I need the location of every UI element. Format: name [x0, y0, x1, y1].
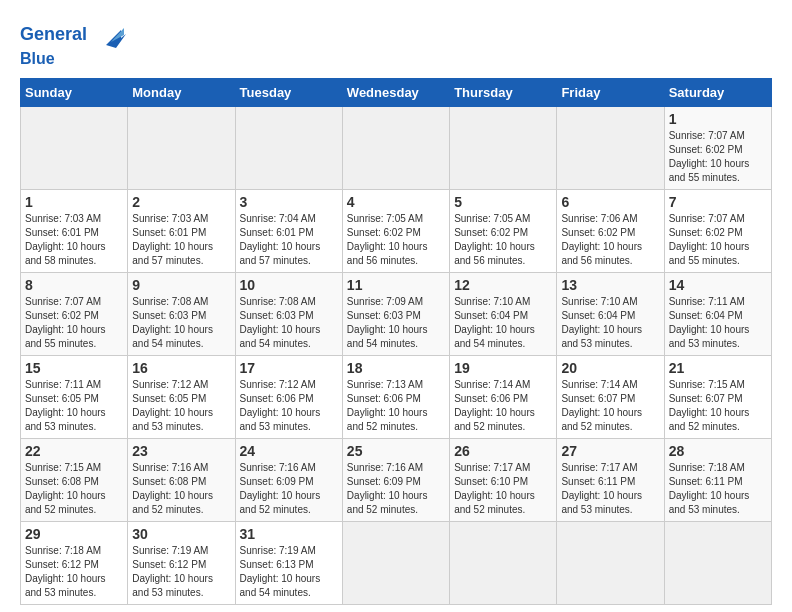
day-info: Sunrise: 7:16 AM Sunset: 6:08 PM Dayligh…: [132, 461, 230, 517]
day-info: Sunrise: 7:12 AM Sunset: 6:06 PM Dayligh…: [240, 378, 338, 434]
calendar-cell: 12 Sunrise: 7:10 AM Sunset: 6:04 PM Dayl…: [450, 272, 557, 355]
day-info: Sunrise: 7:15 AM Sunset: 6:07 PM Dayligh…: [669, 378, 767, 434]
calendar-cell: 16 Sunrise: 7:12 AM Sunset: 6:05 PM Dayl…: [128, 355, 235, 438]
day-number: 29: [25, 526, 123, 542]
weekday-header-sunday: Sunday: [21, 78, 128, 106]
day-number: 5: [454, 194, 552, 210]
day-number: 14: [669, 277, 767, 293]
day-number: 19: [454, 360, 552, 376]
day-info: Sunrise: 7:11 AM Sunset: 6:05 PM Dayligh…: [25, 378, 123, 434]
day-info: Sunrise: 7:16 AM Sunset: 6:09 PM Dayligh…: [240, 461, 338, 517]
day-info: Sunrise: 7:14 AM Sunset: 6:07 PM Dayligh…: [561, 378, 659, 434]
day-number: 26: [454, 443, 552, 459]
logo-text: General: [20, 20, 126, 50]
day-info: Sunrise: 7:19 AM Sunset: 6:12 PM Dayligh…: [132, 544, 230, 600]
day-number: 1: [669, 111, 767, 127]
weekday-header-tuesday: Tuesday: [235, 78, 342, 106]
day-number: 20: [561, 360, 659, 376]
calendar-cell: [557, 106, 664, 189]
calendar-cell: 7 Sunrise: 7:07 AM Sunset: 6:02 PM Dayli…: [664, 189, 771, 272]
day-info: Sunrise: 7:11 AM Sunset: 6:04 PM Dayligh…: [669, 295, 767, 351]
calendar-cell: 13 Sunrise: 7:10 AM Sunset: 6:04 PM Dayl…: [557, 272, 664, 355]
day-number: 18: [347, 360, 445, 376]
calendar-cell: 2 Sunrise: 7:03 AM Sunset: 6:01 PM Dayli…: [128, 189, 235, 272]
day-number: 12: [454, 277, 552, 293]
day-number: 31: [240, 526, 338, 542]
day-info: Sunrise: 7:06 AM Sunset: 6:02 PM Dayligh…: [561, 212, 659, 268]
calendar-cell: 10 Sunrise: 7:08 AM Sunset: 6:03 PM Dayl…: [235, 272, 342, 355]
calendar-cell: 11 Sunrise: 7:09 AM Sunset: 6:03 PM Dayl…: [342, 272, 449, 355]
day-number: 11: [347, 277, 445, 293]
day-number: 10: [240, 277, 338, 293]
day-info: Sunrise: 7:03 AM Sunset: 6:01 PM Dayligh…: [25, 212, 123, 268]
calendar-cell: 15 Sunrise: 7:11 AM Sunset: 6:05 PM Dayl…: [21, 355, 128, 438]
calendar-table: SundayMondayTuesdayWednesdayThursdayFrid…: [20, 78, 772, 605]
day-number: 4: [347, 194, 445, 210]
day-info: Sunrise: 7:07 AM Sunset: 6:02 PM Dayligh…: [669, 129, 767, 185]
calendar-cell: [342, 521, 449, 604]
day-info: Sunrise: 7:10 AM Sunset: 6:04 PM Dayligh…: [561, 295, 659, 351]
page-header: General Blue: [20, 20, 772, 68]
day-number: 2: [132, 194, 230, 210]
weekday-header-friday: Friday: [557, 78, 664, 106]
calendar-cell: [450, 521, 557, 604]
calendar-cell: 29 Sunrise: 7:18 AM Sunset: 6:12 PM Dayl…: [21, 521, 128, 604]
calendar-cell: [21, 106, 128, 189]
calendar-cell: 21 Sunrise: 7:15 AM Sunset: 6:07 PM Dayl…: [664, 355, 771, 438]
day-info: Sunrise: 7:08 AM Sunset: 6:03 PM Dayligh…: [240, 295, 338, 351]
calendar-cell: [342, 106, 449, 189]
calendar-cell: 14 Sunrise: 7:11 AM Sunset: 6:04 PM Dayl…: [664, 272, 771, 355]
day-info: Sunrise: 7:09 AM Sunset: 6:03 PM Dayligh…: [347, 295, 445, 351]
calendar-cell: [235, 106, 342, 189]
day-number: 9: [132, 277, 230, 293]
day-info: Sunrise: 7:04 AM Sunset: 6:01 PM Dayligh…: [240, 212, 338, 268]
day-info: Sunrise: 7:05 AM Sunset: 6:02 PM Dayligh…: [454, 212, 552, 268]
day-number: 25: [347, 443, 445, 459]
day-info: Sunrise: 7:16 AM Sunset: 6:09 PM Dayligh…: [347, 461, 445, 517]
day-info: Sunrise: 7:18 AM Sunset: 6:11 PM Dayligh…: [669, 461, 767, 517]
day-info: Sunrise: 7:19 AM Sunset: 6:13 PM Dayligh…: [240, 544, 338, 600]
day-number: 27: [561, 443, 659, 459]
day-number: 17: [240, 360, 338, 376]
day-number: 23: [132, 443, 230, 459]
day-info: Sunrise: 7:03 AM Sunset: 6:01 PM Dayligh…: [132, 212, 230, 268]
day-number: 6: [561, 194, 659, 210]
day-number: 8: [25, 277, 123, 293]
day-number: 30: [132, 526, 230, 542]
calendar-cell: 17 Sunrise: 7:12 AM Sunset: 6:06 PM Dayl…: [235, 355, 342, 438]
day-number: 13: [561, 277, 659, 293]
logo: General Blue: [20, 20, 126, 68]
day-number: 16: [132, 360, 230, 376]
calendar-cell: 20 Sunrise: 7:14 AM Sunset: 6:07 PM Dayl…: [557, 355, 664, 438]
day-info: Sunrise: 7:08 AM Sunset: 6:03 PM Dayligh…: [132, 295, 230, 351]
calendar-cell: 24 Sunrise: 7:16 AM Sunset: 6:09 PM Dayl…: [235, 438, 342, 521]
day-number: 24: [240, 443, 338, 459]
calendar-cell: 6 Sunrise: 7:06 AM Sunset: 6:02 PM Dayli…: [557, 189, 664, 272]
day-number: 1: [25, 194, 123, 210]
calendar-cell: 8 Sunrise: 7:07 AM Sunset: 6:02 PM Dayli…: [21, 272, 128, 355]
day-info: Sunrise: 7:13 AM Sunset: 6:06 PM Dayligh…: [347, 378, 445, 434]
day-info: Sunrise: 7:07 AM Sunset: 6:02 PM Dayligh…: [25, 295, 123, 351]
day-number: 21: [669, 360, 767, 376]
calendar-cell: 27 Sunrise: 7:17 AM Sunset: 6:11 PM Dayl…: [557, 438, 664, 521]
weekday-header-saturday: Saturday: [664, 78, 771, 106]
weekday-header-wednesday: Wednesday: [342, 78, 449, 106]
day-number: 3: [240, 194, 338, 210]
calendar-cell: 18 Sunrise: 7:13 AM Sunset: 6:06 PM Dayl…: [342, 355, 449, 438]
day-info: Sunrise: 7:17 AM Sunset: 6:11 PM Dayligh…: [561, 461, 659, 517]
calendar-cell: 4 Sunrise: 7:05 AM Sunset: 6:02 PM Dayli…: [342, 189, 449, 272]
calendar-cell: 19 Sunrise: 7:14 AM Sunset: 6:06 PM Dayl…: [450, 355, 557, 438]
calendar-cell: 26 Sunrise: 7:17 AM Sunset: 6:10 PM Dayl…: [450, 438, 557, 521]
calendar-cell: 9 Sunrise: 7:08 AM Sunset: 6:03 PM Dayli…: [128, 272, 235, 355]
day-info: Sunrise: 7:12 AM Sunset: 6:05 PM Dayligh…: [132, 378, 230, 434]
day-number: 28: [669, 443, 767, 459]
weekday-header-monday: Monday: [128, 78, 235, 106]
day-number: 15: [25, 360, 123, 376]
calendar-cell: 23 Sunrise: 7:16 AM Sunset: 6:08 PM Dayl…: [128, 438, 235, 521]
calendar-cell: 5 Sunrise: 7:05 AM Sunset: 6:02 PM Dayli…: [450, 189, 557, 272]
day-info: Sunrise: 7:05 AM Sunset: 6:02 PM Dayligh…: [347, 212, 445, 268]
calendar-cell: 28 Sunrise: 7:18 AM Sunset: 6:11 PM Dayl…: [664, 438, 771, 521]
calendar-cell: 22 Sunrise: 7:15 AM Sunset: 6:08 PM Dayl…: [21, 438, 128, 521]
calendar-cell: 1 Sunrise: 7:03 AM Sunset: 6:01 PM Dayli…: [21, 189, 128, 272]
logo-blue: Blue: [20, 50, 126, 68]
